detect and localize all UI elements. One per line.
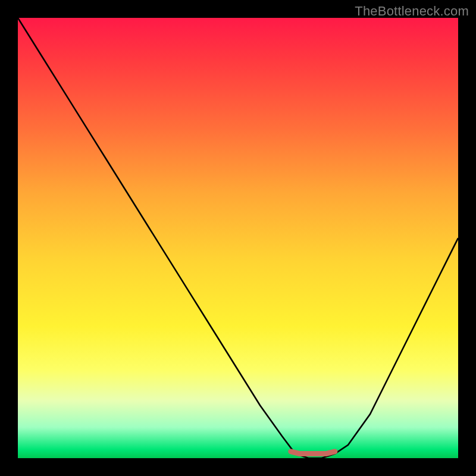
chart-frame: TheBottleneck.com: [0, 0, 476, 476]
chart-svg: [18, 18, 458, 458]
watermark-text: TheBottleneck.com: [355, 4, 469, 19]
marker-line: [291, 452, 335, 454]
plot-area: [18, 18, 458, 458]
curve-line: [18, 18, 458, 458]
